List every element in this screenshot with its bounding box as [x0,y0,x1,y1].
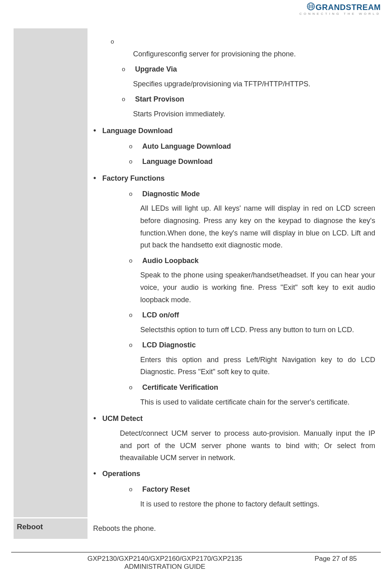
row-label-empty [14,28,88,517]
continued-sub-list-2: Upgrade Via Specifies upgrade/provisioni… [93,63,375,120]
page-footer: GXP2130/GXP2140/GXP2160/GXP2170/GXP2135 … [11,552,381,571]
sub-item-audio-loopback: Audio Loopback Speak to the phone using … [140,255,375,306]
footer-doc-title: GXP2130/GXP2140/GXP2160/GXP2170/GXP2135 … [55,555,275,571]
intro-desc: Configuresconfig server for provisioning… [133,48,375,60]
sub-desc: It is used to restore the phone to facto… [140,498,375,510]
main-list: Language Download Auto Language Download… [93,124,375,510]
footer-page-number: Page 27 of 85 [275,555,357,563]
globe-icon [307,2,315,13]
footer-line-1: GXP2130/GXP2140/GXP2160/GXP2170/GXP2135 [55,555,275,563]
document-page: GRANDSTREAM CONNECTING THE WORLD Configu… [0,0,392,586]
footer-line-2: ADMINISTRATION GUIDE [55,563,275,571]
row-content-reboot: Reboots the phone. [90,518,378,539]
sub-desc: Enters this option and press Left/Right … [140,354,375,378]
sub-title: LCD on/off [142,311,179,319]
sub-list: Auto Language Download Language Download [100,140,375,168]
sub-item-lang-download: Language Download [140,155,375,168]
sub-item-auto-lang: Auto Language Download [140,140,375,153]
logo-brand-text: GRANDSTREAM [316,3,381,12]
sub-title: Language Download [142,157,213,165]
intro-desc-item: Configuresconfig server for provisioning… [122,36,375,60]
item-desc: Detect/connect UCM server to process aut… [120,427,375,464]
sub-title: Certificate Verification [142,383,218,391]
sub-item-factory-reset: Factory Reset It is used to restore the … [140,483,375,510]
sub-desc: Selectsthis option to turn off LCD. Pres… [140,324,375,336]
item-title: Language Download [102,127,173,135]
content-table: Configuresconfig server for provisioning… [11,27,381,540]
logo-brand-row: GRANDSTREAM [299,2,381,13]
sub-item-lcd-diagnostic: LCD Diagnostic Enters this option and pr… [140,339,375,378]
sub-list: Factory Reset It is used to restore the … [100,483,375,510]
table-row: Configuresconfig server for provisioning… [14,28,378,517]
item-title: UCM Detect [102,415,143,423]
row-label-reboot: Reboot [14,518,88,539]
sub-title: Audio Loopback [142,257,199,265]
item-factory-functions: Factory Functions Diagnostic Mode All LE… [100,171,375,409]
brand-logo: GRANDSTREAM CONNECTING THE WORLD [299,2,381,16]
sub-desc: All LEDs will light up. All keys' name w… [140,202,375,251]
item-operations: Operations Factory Reset It is used to r… [100,466,375,510]
sub-item-cert-verification: Certificate Verification This is used to… [140,381,375,408]
sub-title: Upgrade Via [135,65,177,73]
sub-desc: Starts Provision immediately. [133,108,375,120]
sub-item-lcd-onoff: LCD on/off Selectsthis option to turn of… [140,309,375,336]
sub-item-upgrade-via: Upgrade Via Specifies upgrade/provisioni… [133,63,375,90]
sub-desc: Specifies upgrade/provisioning via TFTP/… [133,78,375,90]
item-language-download: Language Download Auto Language Download… [100,124,375,168]
sub-title: Start Provison [135,95,184,103]
sub-item-diagnostic-mode: Diagnostic Mode All LEDs will light up. … [140,188,375,251]
sub-title: LCD Diagnostic [142,341,196,349]
sub-list: Diagnostic Mode All LEDs will light up. … [100,188,375,409]
item-title: Operations [102,470,140,478]
sub-title: Auto Language Download [142,142,231,150]
sub-item-start-provision: Start Provison Starts Provision immediat… [133,93,375,120]
logo-tagline: CONNECTING THE WORLD [299,12,381,16]
sub-title: Diagnostic Mode [142,190,200,198]
row-content-main: Configuresconfig server for provisioning… [90,28,378,517]
continued-sub-list: Configuresconfig server for provisioning… [93,36,375,60]
sub-desc: Speak to the phone using speaker/handset… [140,269,375,306]
sub-desc: This is used to validate certificate cha… [140,396,375,409]
item-title: Factory Functions [102,174,165,182]
table-row: Reboot Reboots the phone. [14,518,378,539]
item-ucm-detect: UCM Detect Detect/connect UCM server to … [100,411,375,464]
sub-title: Factory Reset [142,485,190,493]
